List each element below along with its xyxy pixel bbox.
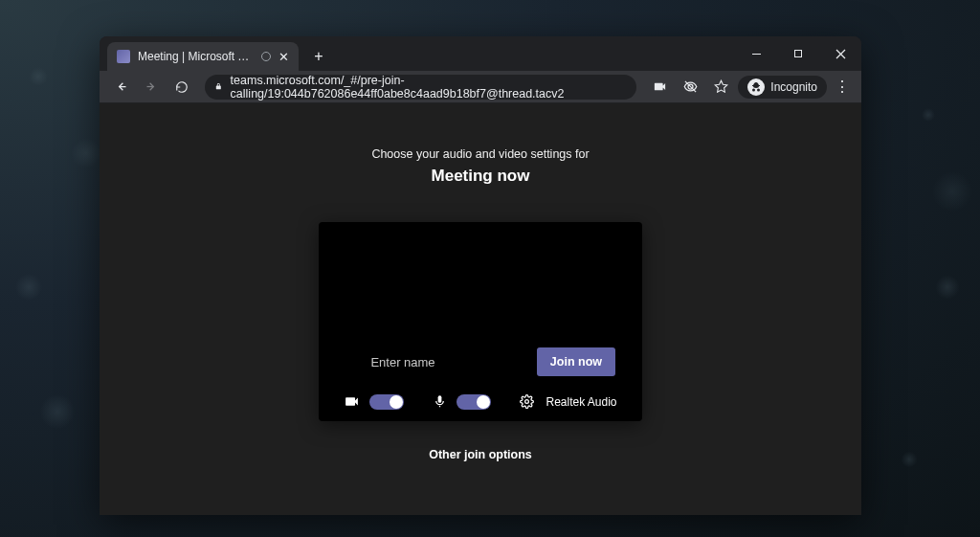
audio-device-label[interactable]: Realtek Audio [546, 395, 616, 409]
teams-favicon [117, 50, 130, 63]
nav-forward-button[interactable] [138, 74, 165, 101]
window-close-icon[interactable] [819, 36, 861, 71]
incognito-label: Incognito [770, 80, 817, 94]
camera-toggle[interactable] [369, 394, 404, 410]
bookmark-star-icon[interactable] [707, 74, 734, 101]
address-bar[interactable]: teams.microsoft.com/_#/pre-join-calling/… [205, 75, 636, 100]
camera-permission-icon[interactable] [646, 74, 673, 101]
tab-audio-indicator-icon[interactable] [261, 52, 271, 61]
device-settings-button[interactable] [520, 394, 534, 409]
svg-point-9 [525, 400, 529, 404]
join-now-button[interactable]: Join now [537, 347, 615, 376]
incognito-icon [747, 78, 765, 96]
window-controls [735, 36, 861, 71]
new-tab-button[interactable]: + [308, 46, 329, 67]
svg-marker-8 [715, 80, 727, 92]
lock-icon [214, 81, 223, 92]
nav-back-button[interactable] [107, 74, 134, 101]
name-input[interactable] [345, 355, 460, 369]
window-minimize-icon[interactable] [735, 36, 777, 71]
svg-rect-1 [795, 51, 802, 57]
tab-title: Meeting | Microsoft Teams [138, 50, 254, 63]
page-pretitle: Choose your audio and video settings for [100, 147, 861, 161]
browser-toolbar: teams.microsoft.com/_#/pre-join-calling/… [100, 71, 861, 103]
browser-tab[interactable]: Meeting | Microsoft Teams ✕ [107, 42, 299, 71]
browser-window: Meeting | Microsoft Teams ✕ + [100, 36, 861, 515]
incognito-indicator[interactable]: Incognito [738, 76, 827, 99]
gear-icon [520, 394, 534, 409]
name-join-row: Join now [338, 347, 623, 376]
tab-strip: Meeting | Microsoft Teams ✕ + [100, 36, 861, 71]
nav-reload-button[interactable] [168, 74, 195, 101]
microphone-toggle[interactable] [457, 394, 491, 410]
browser-menu-button[interactable]: ⋮ [831, 78, 854, 96]
tracking-blocked-icon[interactable] [677, 74, 703, 101]
window-maximize-icon[interactable] [777, 36, 819, 71]
video-preview-card: Join now Realtek Audio [319, 222, 642, 421]
other-join-options[interactable]: Other join options [100, 448, 861, 461]
av-controls-row: Realtek Audio [338, 393, 623, 410]
tab-close-icon[interactable]: ✕ [278, 50, 289, 64]
meeting-title: Meeting now [100, 167, 861, 186]
url-text: teams.microsoft.com/_#/pre-join-calling/… [231, 74, 628, 101]
microphone-icon [433, 394, 447, 409]
camera-icon [344, 393, 360, 410]
page-content: Choose your audio and video settings for… [100, 103, 861, 515]
